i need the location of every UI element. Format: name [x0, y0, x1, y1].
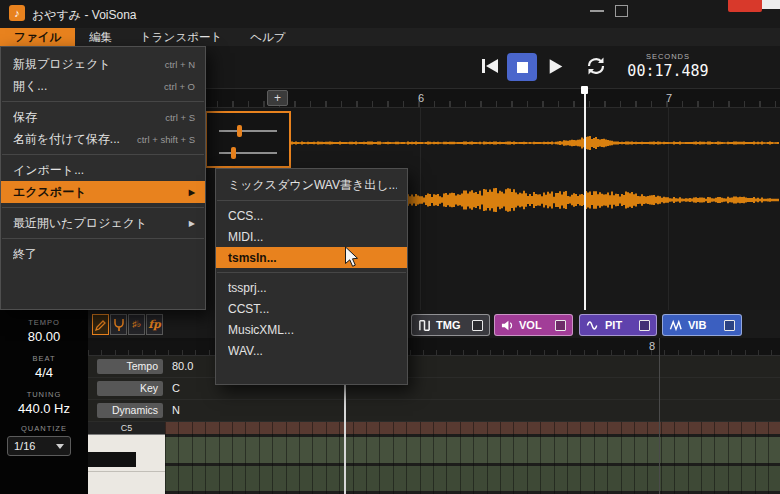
window-title: おやすみ - VoiSona [32, 7, 137, 24]
lane-checkbox-pit[interactable] [639, 320, 650, 331]
menu-item-new-project[interactable]: 新規プロジェクト ctrl + N [1, 53, 205, 75]
property-label[interactable]: Tempo [97, 359, 163, 374]
black-key[interactable] [88, 452, 136, 467]
lane-checkbox-tmg[interactable] [472, 320, 483, 331]
maximize-icon[interactable] [615, 5, 628, 17]
slider-handle[interactable] [231, 147, 236, 159]
lane-label: VOL [519, 319, 542, 331]
lane-chip-tmg[interactable]: TMG [411, 314, 490, 336]
beat-label: BEAT [0, 354, 88, 363]
octave-label: C5 [88, 422, 165, 434]
menu-item-open[interactable]: 開く... ctrl + O [1, 75, 205, 97]
stop-icon [517, 62, 528, 73]
tempo-label: TEMPO [0, 318, 88, 327]
measure-marker-7: 7 [666, 92, 672, 104]
menu-separator [2, 101, 204, 102]
menu-item-export[interactable]: エクスポート ▶ [1, 181, 205, 203]
quantize-label: QUANTIZE [0, 424, 88, 433]
property-row-tempo: Tempo 80.0 [88, 356, 780, 378]
lane-chip-vib[interactable]: VIB [662, 314, 742, 336]
measure-marker-6: 6 [418, 92, 424, 104]
skip-to-start-button[interactable] [478, 56, 502, 76]
title-bar: ♪ おやすみ - VoiSona [0, 0, 780, 28]
menu-item-midi[interactable]: MIDI... [216, 226, 407, 247]
key-divider [88, 471, 165, 472]
sharp-flat-icon: ♯♭ [132, 320, 141, 329]
menu-item-save[interactable]: 保存 ctrl + S [1, 106, 205, 128]
track-control-panel [205, 111, 291, 168]
speaker-icon [501, 319, 514, 332]
menu-file[interactable]: ファイル [0, 28, 75, 46]
menu-transport[interactable]: トランスポート [126, 28, 236, 46]
menu-item-save-as[interactable]: 名前を付けて保存... ctrl + shift + S [1, 128, 205, 150]
close-button[interactable] [728, 0, 762, 12]
window-corner-decoration [762, 0, 780, 9]
quantize-select[interactable]: 1/16 [7, 436, 71, 456]
chevron-down-icon [56, 444, 64, 449]
pitch-wave-icon [586, 319, 600, 332]
dynamics-tool-button[interactable]: fp [146, 314, 163, 335]
skip-to-start-icon [479, 58, 501, 74]
property-row-dynamics: Dynamics N [88, 400, 780, 422]
minimize-icon[interactable] [590, 10, 604, 12]
menu-item-ccst[interactable]: CCST... [216, 298, 407, 319]
lane-checkbox-vib[interactable] [724, 320, 735, 331]
menu-item-import[interactable]: インポート... [1, 159, 205, 181]
menu-item-tsmsln[interactable]: tsmsln... [216, 247, 407, 268]
menu-item-mixdown-wav[interactable]: ミックスダウンWAV書き出し... [216, 175, 407, 196]
tempo-value[interactable]: 80.00 [0, 329, 88, 344]
tuning-value[interactable]: 440.0 Hz [0, 401, 88, 416]
property-value[interactable]: N [172, 404, 180, 416]
menu-separator [2, 207, 204, 208]
menu-separator [2, 154, 204, 155]
menu-item-recent-projects[interactable]: 最近開いたプロジェクト ▶ [1, 212, 205, 234]
timing-icon [418, 319, 431, 332]
property-label[interactable]: Dynamics [97, 403, 163, 418]
beat-value[interactable]: 4/4 [0, 365, 88, 380]
menu-item-wav[interactable]: WAV... [216, 340, 407, 361]
play-button[interactable] [546, 57, 566, 75]
mouse-cursor [344, 246, 359, 268]
add-button[interactable]: + [267, 90, 288, 106]
lane-chip-vol[interactable]: VOL [494, 314, 573, 336]
slider-track [219, 130, 277, 132]
playhead-handle[interactable] [581, 86, 588, 94]
app-icon: ♪ [9, 5, 25, 21]
measure-marker-8: 8 [649, 340, 655, 352]
lane-label: TMG [436, 319, 460, 331]
draw-tool-button[interactable] [92, 314, 109, 335]
menu-edit[interactable]: 編集 [75, 28, 126, 46]
playhead[interactable] [584, 86, 586, 310]
menu-item-musicxml[interactable]: MusicXML... [216, 319, 407, 340]
lane-label: PIT [605, 319, 622, 331]
menu-item-tssprj[interactable]: tssprj... [216, 277, 407, 298]
loop-button[interactable] [583, 55, 609, 77]
measure-line [659, 338, 660, 494]
menu-separator [217, 272, 406, 273]
dynamics-fp-icon: fp [148, 319, 160, 330]
stop-button[interactable] [507, 53, 537, 81]
time-display: SECONDS 00:17.489 [622, 52, 714, 80]
property-value[interactable]: C [172, 382, 180, 394]
menu-separator [2, 238, 204, 239]
lane-chip-pit[interactable]: PIT [579, 314, 657, 336]
quantize-value: 1/16 [14, 440, 35, 452]
settings-panel: TEMPO 80.00 BEAT 4/4 TUNING 440.0 Hz QUA… [0, 310, 88, 494]
slider-handle[interactable] [237, 125, 242, 137]
piano-roll-ruler[interactable]: 8 [88, 338, 780, 356]
export-submenu: ミックスダウンWAV書き出し... CCS... MIDI... tsmsln.… [215, 168, 408, 385]
voisona-window: ♪ おやすみ - VoiSona ファイル 編集 トランスポート ヘルプ [0, 0, 780, 494]
property-value[interactable]: 80.0 [172, 360, 193, 372]
menu-help[interactable]: ヘルプ [236, 28, 299, 46]
menu-item-ccs[interactable]: CCS... [216, 205, 407, 226]
lane-checkbox-vol[interactable] [555, 320, 566, 331]
property-label[interactable]: Key [97, 381, 163, 396]
menu-item-exit[interactable]: 終了 [1, 243, 205, 265]
pencil-icon [95, 319, 107, 331]
note-grid[interactable] [165, 422, 780, 494]
vibrato-icon [669, 319, 683, 332]
submenu-arrow-icon: ▶ [189, 188, 195, 197]
accidental-tool-button[interactable]: ♯♭ [128, 314, 145, 335]
tuning-tool-button[interactable] [110, 314, 127, 335]
tuning-label: TUNING [0, 390, 88, 399]
